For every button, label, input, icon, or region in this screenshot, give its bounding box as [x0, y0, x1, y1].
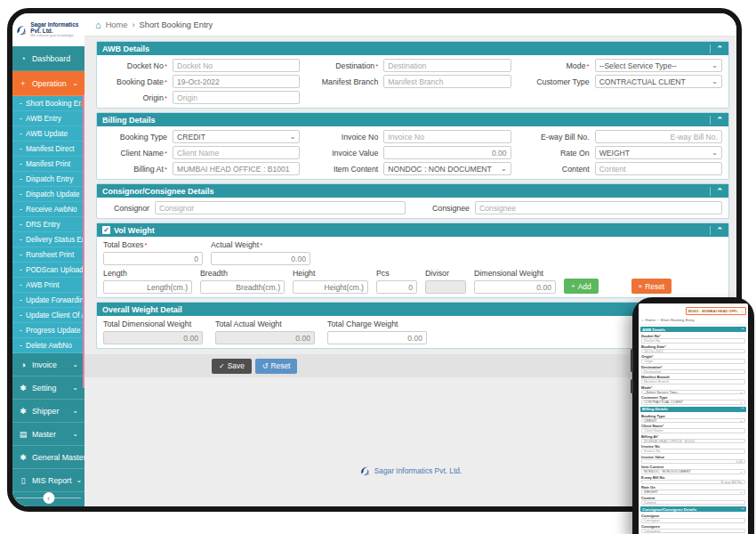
pcs-input[interactable]	[376, 280, 417, 294]
client-name-input[interactable]	[173, 146, 300, 159]
sidebar-item-manifest-direct[interactable]: Manifest Direct	[12, 142, 84, 157]
invoice-value-input[interactable]	[383, 146, 511, 159]
chevron-left-icon: ‹	[47, 494, 50, 503]
section-vol-weight: ✓ Vol Weight ⌃ Total Boxes* Actual Weigh…	[96, 222, 729, 298]
sidebar-item-dashboard[interactable]: ◔ Dashboard	[12, 46, 84, 71]
length-input[interactable]	[103, 280, 192, 294]
phone-content-input[interactable]: Content	[641, 500, 745, 506]
sidebar-item-operation[interactable]: + Operation ⌄	[12, 71, 84, 96]
sidebar-scrollbar[interactable]	[83, 94, 84, 388]
form-row: Mode* --Select Service Type--⌄	[526, 59, 722, 72]
add-button[interactable]: + Add	[564, 279, 599, 294]
origin-label: Origin*	[103, 93, 173, 102]
sidebar: Sagar Informatics Pvt. Ltd. We cultivate…	[12, 13, 84, 506]
eway-bill-input[interactable]	[595, 130, 722, 143]
form-row: Rate On WEIGHT⌄	[526, 146, 722, 159]
booking-type-select[interactable]: CREDIT⌄	[173, 130, 300, 143]
sidebar-item-update-forwardingno[interactable]: Update ForwardingNo	[12, 293, 84, 308]
gear-icon: ✱	[19, 407, 28, 416]
item-content-select[interactable]: NONDOC : NON DOCUMENT⌄	[383, 162, 511, 175]
sidebar-item-receive-awbno[interactable]: Receive AwbNo	[12, 202, 84, 217]
customer-type-select[interactable]: CONTRACTUAL CLIENT⌄	[595, 75, 722, 88]
sidebar-item-manifest-print[interactable]: Manifest Print	[12, 157, 84, 172]
sidebar-item-label: AWB Entry	[26, 115, 61, 123]
phone-consignee-input[interactable]: Consignee	[641, 529, 745, 534]
phone-customer-type-select[interactable]: CONTRACTUAL CLIENT⌄	[641, 400, 745, 405]
dimensional-weight-input[interactable]	[474, 280, 556, 294]
sidebar-item-label: Invoice	[32, 360, 57, 369]
sidebar-item-dispatch-entry[interactable]: Dispatch Entry	[12, 172, 84, 187]
sidebar-item-awb-entry[interactable]: AWB Entry	[12, 111, 84, 126]
total-actual-weight-label: Total Actual Weight	[215, 320, 315, 329]
phone-branch-select[interactable]: B1001 : MUMBAI HEAD OFFI.. ⌄	[686, 307, 746, 315]
phone-breadcrumb: ⌂ Home › Short Booking Entry	[639, 317, 748, 325]
sidebar-item-drs-entry[interactable]: DRS Entry	[12, 217, 84, 232]
form-row: Consignee	[420, 201, 722, 214]
chevron-down-icon: ⌄	[76, 476, 83, 484]
sidebar-item-label: Operation	[32, 79, 67, 88]
height-input[interactable]	[293, 280, 368, 294]
sidebar-item-podscan-upload[interactable]: PODScan Upload	[12, 263, 84, 278]
billing-at-input[interactable]	[173, 162, 300, 175]
docket-no-label: Docket No*	[103, 61, 173, 70]
clipboard-icon: ▤	[19, 430, 28, 439]
consignee-input[interactable]	[475, 201, 722, 214]
sidebar-item-setting[interactable]: ✱ Setting ⌄	[12, 376, 84, 400]
breadcrumb-home[interactable]: Home	[106, 20, 128, 29]
sidebar-item-general-master[interactable]: ✱ General Master ⌄	[12, 446, 84, 469]
sidebar-item-mis-report[interactable]: ▯ MIS Report ⌄	[12, 469, 84, 492]
actual-weight-input[interactable]	[211, 252, 310, 265]
content-input[interactable]	[595, 162, 722, 175]
invoice-value-label: Invoice Value	[314, 149, 383, 158]
sidebar-item-awb-update[interactable]: AWB Update	[12, 126, 84, 142]
sidebar-item-delete-awbno[interactable]: Delete AwbNo	[12, 338, 84, 353]
sidebar-item-dispatch-update[interactable]: Dispatch Update	[12, 187, 84, 202]
rate-on-select[interactable]: WEIGHT⌄	[595, 146, 722, 159]
form-row: Billing At*	[103, 162, 300, 175]
collapse-icon[interactable]: ⌃	[710, 44, 723, 53]
origin-input[interactable]	[173, 91, 300, 104]
consignor-input[interactable]	[155, 201, 406, 214]
booking-date-label: Booking Date*	[103, 77, 173, 86]
manifest-branch-input[interactable]	[383, 75, 511, 88]
booking-date-input[interactable]	[173, 75, 300, 88]
collapse-icon[interactable]: ⌃	[741, 407, 744, 411]
total-dimensional-weight-label: Total Dimensional Weight	[103, 320, 203, 329]
vol-weight-checkbox[interactable]: ✓	[102, 226, 110, 234]
sidebar-item-progress-update[interactable]: Progress Update	[12, 323, 84, 338]
check-icon: ✓	[103, 226, 109, 234]
vol-reset-button[interactable]: × Reset	[631, 279, 672, 294]
sidebar-item-runsheet-print[interactable]: Runsheet Print	[12, 247, 84, 263]
invoice-no-input[interactable]	[383, 130, 511, 143]
brand-tagline: We cultivate your knowledge	[30, 34, 82, 38]
sidebar-item-awb-print[interactable]: AWB Print	[12, 278, 84, 293]
destination-input[interactable]	[383, 59, 511, 72]
total-charge-weight-input[interactable]	[327, 331, 427, 344]
breadth-input[interactable]	[200, 280, 285, 294]
total-boxes-input[interactable]	[103, 252, 203, 265]
collapse-icon[interactable]: ⌃	[710, 116, 723, 125]
collapse-icon[interactable]: ⌃	[741, 328, 744, 332]
form-column: Destination* Manifest Branch	[314, 59, 511, 104]
docket-no-input[interactable]	[173, 59, 300, 72]
sidebar-item-label: Update Client Of AwbNo	[26, 312, 84, 320]
sidebar-item-invoice[interactable]: ◑ Invoice ⌄	[12, 353, 84, 376]
collapse-icon[interactable]: ⌃	[710, 226, 723, 235]
sidebar-item-label: DRS Entry	[26, 221, 60, 229]
reset-button[interactable]: ↺ Reset	[255, 359, 298, 374]
sidebar-item-label: Update ForwardingNo	[26, 296, 84, 304]
sidebar-item-update-client-of-awbno[interactable]: Update Client Of AwbNo	[12, 308, 84, 323]
save-button[interactable]: ✓ Save	[212, 359, 252, 374]
collapse-icon[interactable]: ⌃	[741, 507, 744, 512]
section-billing-details: Billing Details ⌃ Booking Type CREDIT⌄ C…	[96, 112, 729, 180]
sidebar-item-short-booking-entry[interactable]: Short Booking Entry	[12, 96, 84, 111]
chevron-down-icon: ⌄	[712, 149, 718, 157]
collapse-icon[interactable]: ⌃	[710, 187, 723, 196]
sidebar-item-label: Dashboard	[32, 54, 70, 63]
sidebar-collapse-button[interactable]: ‹	[43, 492, 54, 504]
sidebar-item-master[interactable]: ▤ Master ⌄	[12, 423, 84, 446]
mode-select[interactable]: --Select Service Type--⌄	[595, 59, 722, 72]
sidebar-item-delivery-status-entry[interactable]: Delivery Status Entry	[12, 232, 84, 247]
sidebar-item-shipper[interactable]: ✱ Shipper ⌄	[12, 400, 84, 423]
form-group: Pcs	[376, 269, 417, 294]
